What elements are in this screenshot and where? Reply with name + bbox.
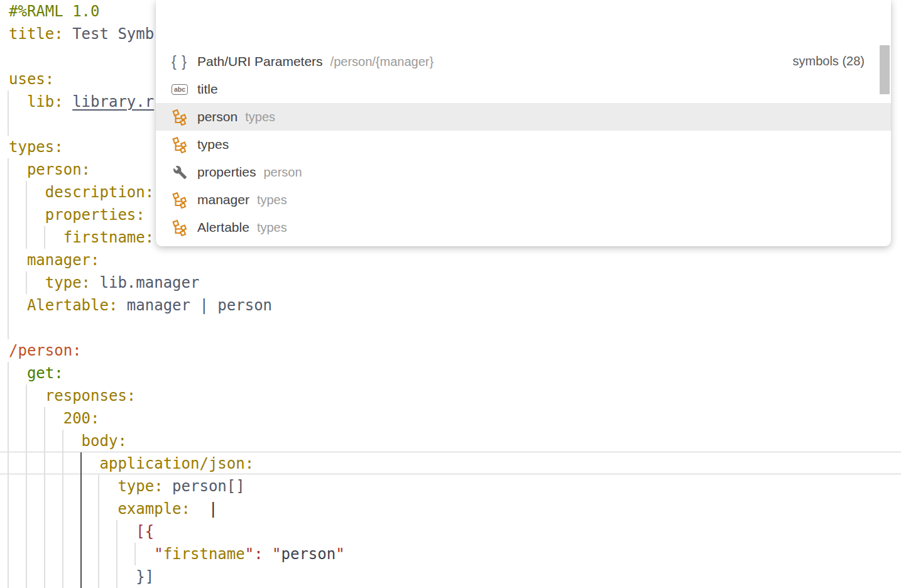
code-token: title: [9,25,72,43]
code-token: Alertable: [9,297,127,314]
symbol-detail: types [257,193,287,207]
code-line: type: person[] [9,475,345,498]
code-token: 200: [9,410,100,427]
code-token: responses: [9,387,136,405]
code-token: firstname [163,545,245,563]
symbol-label: title [197,82,218,97]
library-link[interactable]: library.r [72,93,154,111]
code-token: example: [9,500,209,518]
code-line: responses: [9,384,345,407]
code-token: " [154,545,163,563]
code-token: #%RAML 1.0 [9,3,100,20]
code-line: application/json: [9,452,345,475]
symbol-item-title[interactable]: abctitle [156,75,891,103]
code-token: Test Symb [72,25,154,43]
symbol-label: types [197,137,229,152]
symbol-detail: /person/{manager} [330,55,434,69]
code-token: types: [9,138,63,156]
symbol-item-alertable[interactable]: Alertabletypes [156,214,891,241]
code-token: firstname: [9,229,154,246]
code-line: /person: [9,339,345,362]
code-token: " [272,545,281,563]
symbol-list: { }Path/URI Parameters/person/{manager}a… [156,48,891,241]
type-class-icon [170,108,190,126]
code-line: }] [9,565,345,588]
code-line: [{ [9,520,345,543]
code-token: [{ [136,523,154,540]
symbol-item-person[interactable]: persontypes [156,103,891,131]
code-token: manager: [9,251,100,269]
code-token: type: [9,477,172,495]
code-token: application/json: [9,455,254,472]
code-token: person[] [172,477,245,495]
code-token [9,568,136,585]
symbol-detail: person [263,165,302,180]
property-wrench-icon [170,163,190,181]
braces-object-icon: { } [170,53,190,70]
code-token: " [336,545,344,563]
code-line: "firstname": "person" [9,543,345,565]
code-token: body: [9,432,127,450]
code-token: description: [9,183,154,201]
code-token: lib.manager [100,274,200,291]
code-token: get: [9,364,63,382]
symbol-label: person [197,109,238,124]
code-line [9,317,345,339]
code-token: properties: [9,206,145,224]
picker-scrollbar-thumb[interactable] [880,45,890,94]
symbol-detail: types [245,110,275,124]
type-class-icon [170,191,190,209]
type-class-icon [170,136,190,153]
symbol-item-path-uri-parameters[interactable]: { }Path/URI Parameters/person/{manager} [156,48,891,75]
code-line: body: [9,430,345,452]
symbol-item-types[interactable]: types [156,131,891,158]
code-line: example: | [9,498,345,520]
code-token: /person: [9,342,82,359]
code-line: get: [9,362,345,384]
code-token: manager | person [127,297,272,314]
code-token: lib: [9,93,72,111]
symbol-label: properties [197,165,256,180]
code-token: ": [245,545,272,563]
symbol-label: manager [197,192,249,207]
code-line: 200: [9,407,345,430]
code-token: person: [9,161,90,178]
symbol-item-properties[interactable]: propertiesperson [156,158,891,186]
symbol-picker-panel: symbols (28) { }Path/URI Parameters/pers… [156,0,891,246]
code-token: person [281,545,336,563]
code-token [9,545,154,563]
code-token: uses: [9,70,54,88]
code-token: type: [9,274,100,291]
type-class-icon [170,219,190,236]
symbol-item-manager[interactable]: managertypes [156,186,891,214]
raml-editor-screen: #%RAML 1.0title: Test Symbuses: lib: lib… [0,0,901,588]
code-token: | [209,500,217,518]
symbol-detail: types [257,220,287,235]
abc-string-icon: abc [170,80,190,98]
code-token: }] [136,568,154,585]
code-line: manager: [9,249,345,271]
symbol-label: Alertable [197,220,249,235]
symbol-label: Path/URI Parameters [197,54,323,69]
code-token [9,523,136,540]
code-line: Alertable: manager | person [9,294,345,317]
code-line: type: lib.manager [9,271,345,294]
